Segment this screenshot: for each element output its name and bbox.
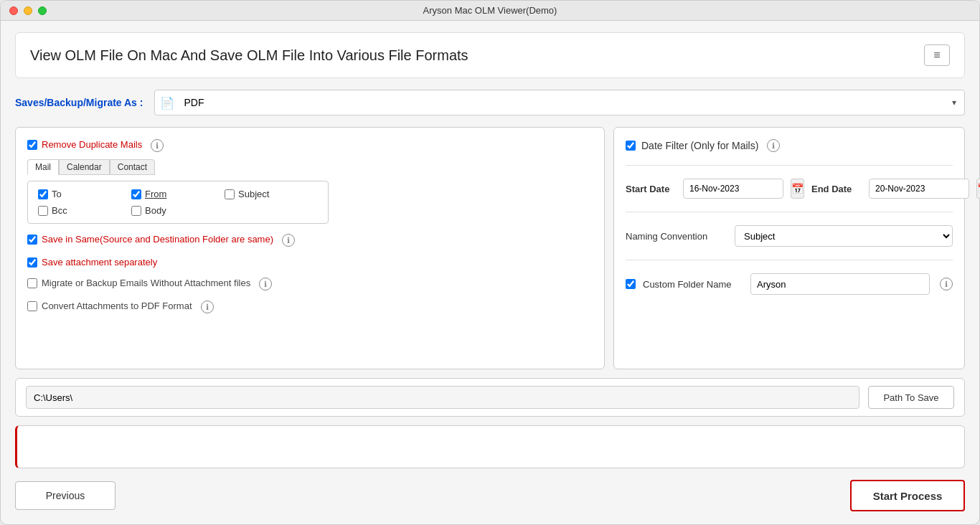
convert-attachments-checkbox-group: Convert Attachments to PDF Format — [27, 301, 192, 311]
start-date-input[interactable] — [683, 179, 783, 199]
convert-attachments-checkbox[interactable] — [27, 301, 37, 311]
window-title: Aryson Mac OLM Viewer(Demo) — [423, 5, 557, 16]
save-same-info-icon[interactable]: ℹ — [282, 234, 295, 247]
main-panel: Remove Duplicate Mails ℹ Mail Calendar C… — [15, 127, 965, 369]
start-date-label: Start Date — [626, 184, 676, 194]
divider-3 — [626, 260, 953, 260]
convert-attachments-info-icon[interactable]: ℹ — [201, 301, 214, 313]
previous-button[interactable]: Previous — [15, 481, 116, 510]
tab-mail[interactable]: Mail — [27, 159, 59, 175]
start-date-calendar-icon[interactable]: 📅 — [791, 179, 804, 199]
field-body-label: Body — [145, 205, 166, 216]
field-bcc-label: Bcc — [52, 205, 67, 216]
migrate-no-attach-label: Migrate or Backup Emails Without Attachm… — [42, 278, 250, 288]
titlebar: Aryson Mac OLM Viewer(Demo) — [1, 1, 979, 21]
migrate-no-attach-row: Migrate or Backup Emails Without Attachm… — [27, 278, 593, 290]
divider-1 — [626, 165, 953, 166]
date-filter-label: Date Filter (Only for Mails) — [641, 140, 758, 151]
date-filter-row: Date Filter (Only for Mails) ℹ — [626, 139, 953, 152]
duplicate-fields-box: To From Subject — [27, 181, 329, 224]
log-section — [15, 425, 965, 468]
start-process-button[interactable]: Start Process — [850, 480, 965, 511]
field-bcc: Bcc — [38, 205, 131, 216]
field-from-checkbox[interactable] — [131, 189, 141, 199]
close-button[interactable] — [9, 6, 18, 15]
path-section: Path To Save — [15, 378, 965, 417]
custom-folder-input[interactable] — [750, 273, 930, 295]
field-bcc-checkbox[interactable] — [38, 206, 48, 216]
date-filter-info-icon[interactable]: ℹ — [767, 139, 780, 152]
maximize-button[interactable] — [38, 6, 47, 15]
remove-duplicate-section: Remove Duplicate Mails ℹ Mail Calendar C… — [27, 139, 593, 224]
migrate-no-attach-checkbox-group: Migrate or Backup Emails Without Attachm… — [27, 278, 250, 288]
save-attachment-checkbox-group: Save attachment separately — [27, 257, 157, 268]
naming-convention-select[interactable]: Subject Date From — [735, 225, 953, 247]
field-subject-checkbox[interactable] — [225, 189, 235, 199]
remove-duplicate-checkbox[interactable] — [27, 140, 37, 150]
divider-2 — [626, 212, 953, 212]
remove-duplicate-checkbox-group: Remove Duplicate Mails — [27, 139, 142, 150]
bottom-row: Previous Start Process — [15, 477, 965, 513]
save-attachment-checkbox[interactable] — [27, 257, 37, 268]
remove-duplicate-label: Remove Duplicate Mails — [42, 139, 142, 150]
format-select[interactable]: PDF PST MSG EML MBOX — [154, 90, 965, 115]
end-date-input[interactable] — [869, 179, 969, 199]
field-body-checkbox[interactable] — [131, 206, 141, 216]
custom-folder-label: Custom Folder Name — [643, 279, 743, 290]
end-date-label: End Date — [811, 184, 862, 194]
header-section: View OLM File On Mac And Save OLM File I… — [15, 32, 965, 78]
path-to-save-button[interactable]: Path To Save — [868, 386, 954, 409]
save-same-checkbox[interactable] — [27, 235, 37, 245]
convert-attachments-label: Convert Attachments to PDF Format — [42, 301, 192, 311]
remove-duplicate-row: Remove Duplicate Mails ℹ — [27, 139, 593, 152]
save-same-label: Save in Same(Source and Destination Fold… — [42, 234, 273, 245]
tab-calendar[interactable]: Calendar — [59, 159, 110, 175]
save-attachment-row: Save attachment separately — [27, 257, 593, 268]
field-to-label: To — [52, 189, 62, 199]
menu-button[interactable]: ≡ — [924, 44, 950, 66]
migrate-no-attach-checkbox[interactable] — [27, 278, 37, 288]
migrate-no-attach-info-icon[interactable]: ℹ — [259, 278, 272, 290]
date-filter-section: Date Filter (Only for Mails) ℹ — [626, 139, 953, 152]
app-window: Aryson Mac OLM Viewer(Demo) View OLM Fil… — [0, 0, 980, 525]
field-from-label: From — [145, 189, 166, 199]
date-inputs-row: Start Date 📅 End Date 📅 — [626, 179, 953, 199]
convert-attachments-row: Convert Attachments to PDF Format ℹ — [27, 301, 593, 313]
saves-row: Saves/Backup/Migrate As : 📄 PDF PST MSG … — [15, 87, 965, 118]
end-date-calendar-icon[interactable]: 📅 — [976, 179, 980, 199]
custom-folder-row: Custom Folder Name ℹ — [626, 273, 953, 295]
format-select-wrapper: 📄 PDF PST MSG EML MBOX ▾ — [154, 90, 965, 115]
tabs-row: Mail Calendar Contact — [27, 159, 593, 175]
path-input[interactable] — [26, 386, 859, 409]
field-from: From — [131, 189, 225, 199]
field-to: To — [38, 189, 131, 199]
saves-label: Saves/Backup/Migrate As : — [15, 97, 143, 108]
traffic-lights — [9, 6, 47, 15]
main-content: View OLM File On Mac And Save OLM File I… — [1, 21, 979, 524]
custom-folder-info-icon[interactable]: ℹ — [940, 278, 953, 290]
field-subject-label: Subject — [238, 189, 269, 199]
page-title: View OLM File On Mac And Save OLM File I… — [30, 47, 468, 64]
left-panel: Remove Duplicate Mails ℹ Mail Calendar C… — [15, 127, 605, 369]
save-same-checkbox-group: Save in Same(Source and Destination Fold… — [27, 234, 273, 245]
field-to-checkbox[interactable] — [38, 189, 48, 199]
save-attachment-label: Save attachment separately — [42, 257, 157, 268]
remove-duplicate-info-icon[interactable]: ℹ — [151, 139, 164, 152]
field-body: Body — [131, 205, 225, 216]
right-panel: Date Filter (Only for Mails) ℹ Start Dat… — [613, 127, 965, 369]
minimize-button[interactable] — [24, 6, 32, 15]
naming-convention-row: Naming Convention Subject Date From — [626, 225, 953, 247]
field-subject: Subject — [225, 189, 318, 199]
custom-folder-checkbox[interactable] — [626, 279, 636, 289]
save-same-row: Save in Same(Source and Destination Fold… — [27, 234, 593, 247]
date-filter-checkbox[interactable] — [626, 141, 636, 151]
duplicate-fields: To From Subject — [38, 189, 318, 216]
naming-convention-label: Naming Convention — [626, 231, 726, 242]
tab-contact[interactable]: Contact — [110, 159, 155, 175]
pdf-icon: 📄 — [160, 96, 174, 110]
